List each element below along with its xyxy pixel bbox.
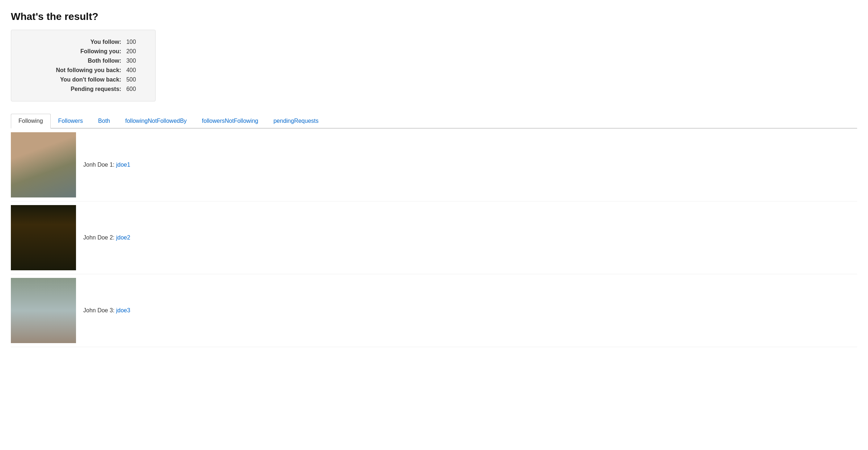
stats-value: 100: [124, 37, 144, 47]
user-name: Jonh Doe 1: jdoe1: [83, 162, 130, 168]
tab-followingNotFollowedBy[interactable]: followingNotFollowedBy: [118, 114, 194, 128]
user-name: John Doe 2: jdoe2: [83, 234, 130, 241]
user-profile-link[interactable]: jdoe3: [116, 307, 130, 313]
stats-value: 400: [124, 66, 144, 75]
stats-row: Not following you back:400: [22, 66, 144, 75]
stats-label: Both follow:: [22, 56, 124, 66]
stats-row: You don't follow back:500: [22, 75, 144, 84]
user-item: John Doe 2: jdoe2: [11, 201, 857, 274]
tab-following[interactable]: Following: [11, 114, 51, 129]
user-list: Jonh Doe 1: jdoe1John Doe 2: jdoe2John D…: [11, 129, 857, 347]
tab-both[interactable]: Both: [90, 114, 118, 128]
stats-value: 600: [124, 84, 144, 94]
user-profile-link[interactable]: jdoe2: [116, 234, 130, 241]
stats-label: You don't follow back:: [22, 75, 124, 84]
stats-row: You follow:100: [22, 37, 144, 47]
stats-table: You follow:100Following you:200Both foll…: [22, 37, 144, 94]
stats-label: Pending requests:: [22, 84, 124, 94]
tab-followers[interactable]: Followers: [51, 114, 90, 128]
stats-value: 500: [124, 75, 144, 84]
tab-followersNotFollowing[interactable]: followersNotFollowing: [194, 114, 266, 128]
page-title: What's the result?: [11, 11, 857, 22]
stats-box: You follow:100Following you:200Both foll…: [11, 30, 156, 101]
user-avatar: [11, 132, 76, 197]
user-name: John Doe 3: jdoe3: [83, 307, 130, 314]
stats-label: Following you:: [22, 47, 124, 56]
stats-value: 200: [124, 47, 144, 56]
stats-label: Not following you back:: [22, 66, 124, 75]
stats-label: You follow:: [22, 37, 124, 47]
user-profile-link[interactable]: jdoe1: [116, 162, 130, 168]
user-item: Jonh Doe 1: jdoe1: [11, 129, 857, 201]
stats-row: Pending requests:600: [22, 84, 144, 94]
user-avatar: [11, 278, 76, 343]
stats-row: Both follow:300: [22, 56, 144, 66]
user-avatar: [11, 205, 76, 270]
tab-pendingRequests[interactable]: pendingRequests: [266, 114, 326, 128]
stats-row: Following you:200: [22, 47, 144, 56]
tabs-container: FollowingFollowersBothfollowingNotFollow…: [11, 114, 857, 129]
stats-value: 300: [124, 56, 144, 66]
user-item: John Doe 3: jdoe3: [11, 274, 857, 347]
